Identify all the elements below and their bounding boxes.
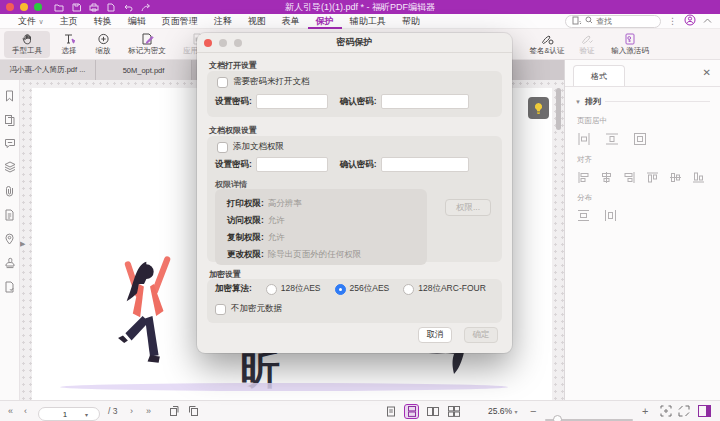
bookmarks-icon[interactable] (4, 90, 15, 102)
next-page-icon[interactable]: › (130, 401, 133, 421)
divider (605, 101, 710, 102)
page-thumbnails-icon[interactable] (4, 114, 15, 126)
menu-comment[interactable]: 注释 (206, 14, 240, 29)
radio-selected-icon (335, 284, 346, 295)
verify-button[interactable]: 验证 (574, 31, 600, 58)
zoom-in-icon[interactable]: + (642, 401, 648, 421)
print-icon[interactable] (89, 3, 99, 12)
page-number-field[interactable]: ▾ (38, 407, 100, 421)
require-open-password-checkbox[interactable]: 需要密码来打开文档 (217, 76, 310, 88)
zoom-out-icon[interactable]: − (530, 401, 536, 421)
align-center-icon[interactable] (600, 171, 613, 184)
find-box[interactable] (565, 15, 661, 28)
window-close-button[interactable] (6, 3, 14, 11)
menu-accessibility[interactable]: 辅助工具 (342, 14, 394, 29)
open-folder-icon[interactable] (54, 3, 64, 12)
menu-home[interactable]: 主页 (52, 14, 86, 29)
rotate-left-icon[interactable] (168, 401, 180, 421)
confirm-password-label: 确认密码: (340, 96, 377, 108)
menu-edit[interactable]: 编辑 (120, 14, 154, 29)
previous-page-icon[interactable]: ‹ (24, 401, 27, 421)
chevron-down-icon: ▾ (85, 411, 88, 418)
undo-icon[interactable] (123, 3, 133, 12)
perm-set-password-input[interactable] (256, 157, 328, 172)
menu-protect[interactable]: 保护 (308, 14, 342, 29)
zoom-level-dropdown[interactable]: 25.6% ▾ (488, 401, 518, 421)
align-middle-icon[interactable] (669, 171, 682, 184)
align-top-icon[interactable] (646, 171, 659, 184)
rotate-right-icon[interactable] (188, 401, 200, 421)
find-options-icon[interactable] (572, 16, 582, 27)
comments-icon[interactable] (4, 138, 16, 149)
destinations-icon[interactable] (4, 233, 15, 245)
arrange-section-header[interactable]: ▼ 排列 (575, 96, 710, 107)
zoom-tool-button[interactable]: 缩放 (88, 31, 118, 58)
no-metadata-encryption-checkbox[interactable]: 不加密元数据 (215, 303, 282, 315)
facing-view-icon[interactable] (426, 405, 439, 418)
close-icon[interactable]: ✕ (703, 68, 711, 78)
align-right-icon[interactable] (623, 171, 636, 184)
menu-form[interactable]: 表单 (274, 14, 308, 29)
single-page-view-icon[interactable] (384, 405, 397, 418)
arrange-label: 排列 (585, 96, 601, 107)
account-avatar[interactable] (684, 14, 696, 28)
ok-button[interactable]: 确定 (464, 327, 498, 343)
search-input[interactable] (596, 17, 648, 26)
hint-bulb-button[interactable] (528, 97, 549, 119)
window-zoom-button[interactable] (34, 3, 42, 11)
document-tab-1[interactable]: 冯小惠-个人简历.pdf ... (0, 60, 96, 80)
radio-128-arcfour[interactable]: 128位ARC-FOUR (403, 283, 486, 295)
continuous-view-icon[interactable] (405, 405, 418, 418)
collapse-toolbar-icon[interactable] (703, 16, 712, 26)
layers-icon[interactable] (4, 161, 16, 173)
fields-icon[interactable] (4, 209, 15, 221)
hand-tool-button[interactable]: 手型工具 (4, 31, 50, 58)
activation-code-button[interactable]: 输入激活码 (604, 31, 656, 58)
center-vertical-icon[interactable] (577, 132, 591, 146)
add-permission-checkbox[interactable]: 添加文档权限 (217, 141, 284, 153)
save-icon[interactable] (72, 3, 81, 12)
signature-panel-icon[interactable] (4, 281, 15, 293)
set-password-label: 设置密码: (215, 96, 252, 108)
align-left-icon[interactable] (577, 171, 590, 184)
zoom-slider-knob[interactable] (553, 415, 562, 421)
menu-view[interactable]: 视图 (240, 14, 274, 29)
radio-256-aes[interactable]: 256位AES (335, 283, 390, 295)
open-confirm-password-input[interactable] (381, 94, 469, 109)
align-bottom-icon[interactable] (692, 171, 705, 184)
mark-redact-button[interactable]: 标记为密文 (122, 31, 172, 58)
menu-file[interactable]: 文件 ∨ (10, 14, 52, 29)
first-page-icon[interactable]: « (8, 401, 13, 421)
stamps-icon[interactable] (4, 257, 16, 269)
distribute-horizontal-icon[interactable] (604, 209, 617, 222)
sign-certify-button[interactable]: 签名&认证 (524, 31, 570, 58)
side-panel-toggle-icon[interactable] (698, 401, 711, 421)
quad-view-icon[interactable] (447, 405, 460, 418)
menu-convert[interactable]: 转换 (86, 14, 120, 29)
perm-confirm-password-input[interactable] (381, 157, 469, 172)
attachments-icon[interactable] (4, 185, 15, 197)
center-both-icon[interactable] (633, 132, 647, 146)
select-tool-button[interactable]: 选择 (54, 31, 84, 58)
permissions-button[interactable]: 权限... (445, 199, 491, 216)
last-page-icon[interactable]: » (146, 401, 151, 421)
redo-icon[interactable] (141, 3, 151, 12)
center-horizontal-icon[interactable] (605, 132, 619, 146)
panel-expander-icon[interactable]: ▶ (20, 240, 25, 248)
distribute-vertical-icon[interactable] (577, 209, 590, 222)
page-number-input[interactable] (45, 410, 85, 419)
menu-help[interactable]: 帮助 (394, 14, 428, 29)
document-tab-2[interactable]: 50M_opt.pdf (96, 60, 192, 80)
fullscreen-icon[interactable] (678, 401, 690, 421)
window-minimize-button[interactable] (20, 3, 28, 11)
vertical-scrollbar[interactable] (556, 88, 561, 130)
cancel-button[interactable]: 取消 (418, 327, 452, 343)
open-set-password-input[interactable] (256, 94, 328, 109)
mark-redact-icon (141, 33, 154, 45)
more-options-icon[interactable]: ⋮ (668, 16, 677, 26)
tab-format[interactable]: 格式 (573, 65, 625, 86)
radio-128-aes[interactable]: 128位AES (266, 283, 321, 295)
new-document-icon[interactable] (107, 3, 115, 12)
fit-width-icon[interactable] (660, 401, 672, 421)
menu-page-management[interactable]: 页面管理 (154, 14, 206, 29)
